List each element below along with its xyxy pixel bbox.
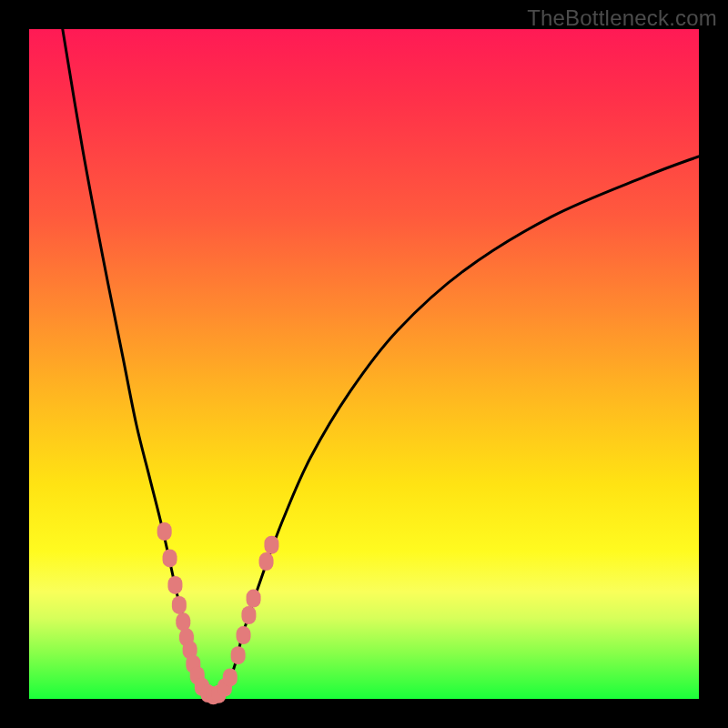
- marker-dot: [241, 606, 256, 624]
- plot-area: [29, 29, 699, 699]
- marker-dot: [264, 536, 278, 554]
- chart-frame: TheBottleneck.com: [0, 0, 728, 728]
- bottleneck-curve: [63, 29, 699, 696]
- marker-dot: [167, 576, 182, 594]
- marker-dot: [163, 549, 177, 567]
- marker-dot: [231, 646, 246, 664]
- marker-dot: [237, 626, 251, 644]
- marker-dot: [247, 590, 261, 608]
- marker-dot: [157, 522, 172, 541]
- marker-dot: [176, 612, 190, 631]
- marker-dot: [223, 668, 238, 686]
- watermark-text: TheBottleneck.com: [527, 5, 717, 31]
- marker-dot: [259, 552, 274, 571]
- curve-layer: [29, 29, 699, 699]
- marker-points: [157, 522, 279, 704]
- marker-dot: [172, 596, 187, 614]
